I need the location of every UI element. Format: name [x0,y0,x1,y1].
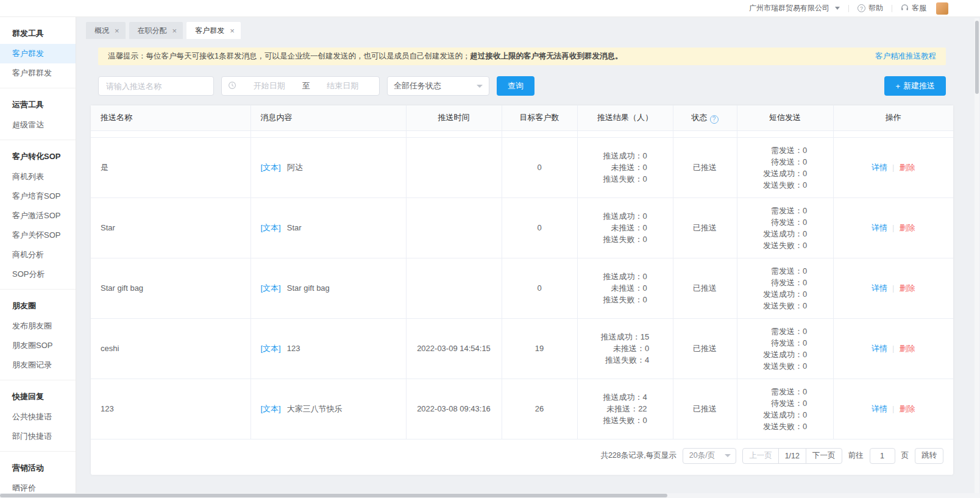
detail-link[interactable]: 详情 [872,344,887,353]
task-status-value: 全部任务状态 [394,80,441,91]
sms-line: 待发送：0 [763,337,807,349]
result-line: 推送失败：0 [603,294,647,305]
target-count-cell: 0 [502,197,577,258]
help-button[interactable]: 帮助 [857,3,883,13]
result-line: 推送成功：15 [601,331,649,343]
detail-link[interactable]: 详情 [872,283,887,293]
tab-1[interactable]: 在职分配× [129,22,183,39]
start-date-placeholder[interactable]: 开始日期 [239,80,300,91]
sidebar-item-2-4[interactable]: 商机分析 [0,245,76,265]
tutorial-link[interactable]: 客户精准推送教程 [875,51,936,62]
tab-label: 在职分配 [138,26,167,36]
sidebar-section-2: 客户转化SOP商机列表客户培育SOP客户激活SOP客户关怀SOP商机分析SOP分… [0,140,76,289]
avatar[interactable] [936,2,948,15]
delete-link[interactable]: 删除 [899,344,915,353]
content-type-link[interactable]: [文本] [261,283,281,293]
page-unit-label: 页 [901,450,909,461]
prev-page-button[interactable]: 上一页 [742,448,779,464]
delete-link[interactable]: 删除 [899,283,915,293]
header-actions: 操作 [833,105,953,130]
status-help-icon[interactable] [710,115,719,124]
action-divider: | [892,283,894,293]
end-date-placeholder[interactable]: 结束日期 [313,80,374,91]
next-page-button[interactable]: 下一页 [806,448,842,464]
vertical-scrollbar[interactable] [975,18,979,493]
company-menu[interactable]: 广州市瑞群贸易有限公司 [749,3,840,13]
target-count-cell: 0 [502,258,577,318]
target-count-cell: 0 [502,137,577,197]
sidebar-item-0-1[interactable]: 客户群群发 [0,63,76,83]
sidebar-item-1-0[interactable]: 超级雷达 [0,115,76,135]
jump-button[interactable]: 跳转 [915,448,943,464]
chevron-down-icon [477,85,483,88]
actions-cell: 详情|删除 [833,197,953,258]
sidebar-item-3-0[interactable]: 发布朋友圈 [0,316,76,336]
delete-link[interactable]: 删除 [899,163,915,172]
horizontal-scrollbar[interactable] [0,493,980,498]
goto-page-input[interactable] [870,448,895,464]
search-button[interactable]: 查询 [497,76,534,96]
sms-line: 发送成功：0 [763,228,807,240]
tab-label: 客户群发 [195,26,224,36]
result-line: 未推送：0 [603,282,647,294]
header-target-count: 目标客户数 [502,105,577,130]
sidebar-item-3-1[interactable]: 朋友圈SOP [0,336,76,355]
sidebar-item-2-3[interactable]: 客户关怀SOP [0,226,76,245]
sidebar-item-4-0[interactable]: 公共快捷语 [0,407,76,427]
tab-close-icon[interactable]: × [115,27,119,35]
horizontal-scrollbar-thumb[interactable] [0,494,667,497]
vertical-scrollbar-thumb[interactable] [975,21,979,94]
delete-link[interactable]: 删除 [899,404,915,413]
push-result-cell: 推送成功：0 未推送：0 推送失败：0 [577,197,673,258]
sidebar-item-2-1[interactable]: 客户培育SOP [0,187,76,206]
table-row: 123 [文本]大家三八节快乐 2022-03-08 09:43:16 26 推… [91,379,953,439]
actions-cell: 详情|删除 [833,318,953,379]
table-header-row: 推送名称 消息内容 推送时间 目标客户数 推送结果（人） 状态 短信发送 操作 [91,105,953,130]
tab-2[interactable]: 客户群发× [186,22,241,39]
sidebar-item-2-2[interactable]: 客户激活SOP [0,206,76,226]
page: 温馨提示：每位客户每天可接收1条群发消息，可以是企业统一创建发送的，也可以是成员… [76,39,980,498]
content-type-link[interactable]: [文本] [261,344,281,353]
push-name-cell: 是 [91,137,250,197]
content-type-link[interactable]: [文本] [261,223,281,232]
service-button[interactable]: 客服 [901,3,926,13]
sms-line: 发送失败：0 [763,360,807,372]
create-push-button[interactable]: + 新建推送 [884,76,946,96]
header-sms: 短信发送 [737,105,833,130]
tab-close-icon[interactable]: × [230,27,235,35]
page-size-select[interactable]: 20条/页 [683,448,736,464]
status-cell: 已推送 [673,379,737,439]
push-time-cell [406,137,502,197]
detail-link[interactable]: 详情 [872,163,887,172]
content-type-link[interactable]: [文本] [261,404,281,413]
task-status-select[interactable]: 全部任务状态 [387,76,489,96]
delete-link[interactable]: 删除 [899,223,915,232]
push-name-input[interactable] [98,76,214,96]
headset-icon [901,4,909,13]
sms-line: 发送成功：0 [763,288,807,300]
sidebar-section-title: 群发工具 [0,20,76,44]
tab-close-icon[interactable]: × [172,27,177,35]
sms-line: 需发送：0 [763,386,807,397]
topbar-divider [892,5,892,12]
tab-0[interactable]: 概况× [86,22,126,39]
header-message-content: 消息内容 [250,105,406,130]
date-range-picker[interactable]: 开始日期 至 结束日期 [221,76,380,96]
detail-link[interactable]: 详情 [872,404,887,413]
target-count-cell: 26 [502,379,577,439]
detail-link[interactable]: 详情 [872,223,887,232]
sidebar-item-4-1[interactable]: 部门快捷语 [0,427,76,446]
sidebar-item-3-2[interactable]: 朋友圈记录 [0,355,76,375]
sidebar-item-2-5[interactable]: SOP分析 [0,265,76,284]
header-push-result: 推送结果（人） [577,105,673,130]
header-push-time: 推送时间 [406,105,502,130]
status-cell: 已推送 [673,197,737,258]
result-line: 推送成功：0 [603,210,647,222]
actions-cell: 详情|删除 [833,379,953,439]
sidebar-item-2-0[interactable]: 商机列表 [0,167,76,187]
header-status: 状态 [673,105,737,130]
filter-bar: 开始日期 至 结束日期 全部任务状态 查询 + 新建推送 [98,76,946,96]
sms-line: 需发送：0 [763,144,807,156]
content-type-link[interactable]: [文本] [261,163,281,172]
sidebar-item-0-0[interactable]: 客户群发 [0,44,76,63]
